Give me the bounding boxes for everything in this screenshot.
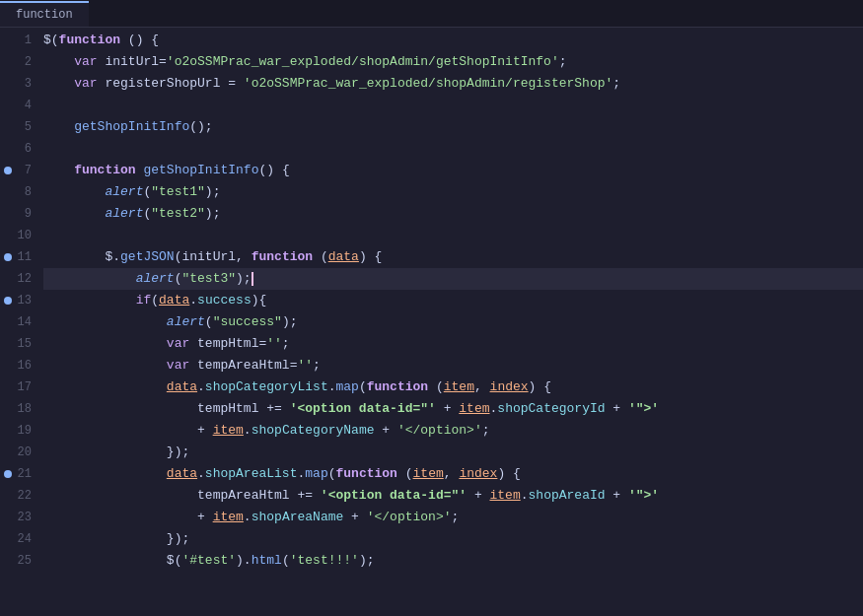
code-line xyxy=(43,95,863,116)
code-line: getShopInitInfo(); xyxy=(43,116,863,138)
code-line: tempHtml += '<option data-id="' + item.s… xyxy=(43,398,863,420)
code-area: 1234567891011121314151617181920212223242… xyxy=(0,28,863,616)
line-number: 20 xyxy=(0,442,39,463)
line-number: 8 xyxy=(0,181,39,203)
line-number: 22 xyxy=(0,485,39,507)
code-line: var tempHtml=''; xyxy=(43,333,863,355)
code-line: $(function () { xyxy=(43,30,863,51)
code-line: var registerShopUrl = 'o2oSSMPrac_war_ex… xyxy=(43,73,863,95)
code-line: + item.shopAreaName + '</option>'; xyxy=(43,507,863,528)
editor-tab[interactable]: function xyxy=(0,1,89,27)
line-number: 3 xyxy=(0,73,39,95)
line-numbers: 1234567891011121314151617181920212223242… xyxy=(0,30,39,572)
line-number: 18 xyxy=(0,398,39,420)
code-content: $(function () { var initUrl='o2oSSMPrac_… xyxy=(39,28,863,616)
code-line: data.shopAreaList.map(function (item, in… xyxy=(43,463,863,485)
code-line: if(data.success){ xyxy=(43,290,863,311)
code-line: alert("success"); xyxy=(43,311,863,333)
line-number: 19 xyxy=(0,420,39,442)
code-editor: function 1234567891011121314151617181920… xyxy=(0,0,863,616)
code-line xyxy=(43,225,863,246)
code-line: $('#test').html('test!!!'); xyxy=(43,550,863,572)
code-line: + item.shopCategoryName + '</option>'; xyxy=(43,420,863,442)
code-line: alert("test1"); xyxy=(43,181,863,203)
code-line: alert("test2"); xyxy=(43,203,863,225)
code-line: alert("test3"); xyxy=(43,268,863,290)
line-number: 6 xyxy=(0,138,39,160)
code-line: }); xyxy=(43,442,863,463)
line-gutter: 1234567891011121314151617181920212223242… xyxy=(0,28,39,616)
code-line: }); xyxy=(43,528,863,550)
line-number: 13 xyxy=(0,290,39,311)
line-number: 23 xyxy=(0,507,39,528)
line-number: 12 xyxy=(0,268,39,290)
code-line: var tempAreaHtml=''; xyxy=(43,355,863,376)
line-number: 11 xyxy=(0,246,39,268)
line-number: 2 xyxy=(0,51,39,73)
code-line: data.shopCategoryList.map(function (item… xyxy=(43,376,863,398)
line-number: 9 xyxy=(0,203,39,225)
line-number: 15 xyxy=(0,333,39,355)
line-number: 17 xyxy=(0,376,39,398)
line-number: 14 xyxy=(0,311,39,333)
line-number: 10 xyxy=(0,225,39,246)
code-line: $.getJSON(initUrl, function (data) { xyxy=(43,246,863,268)
line-number: 24 xyxy=(0,528,39,550)
line-number: 7 xyxy=(0,160,39,181)
code-line xyxy=(43,138,863,160)
tab-bar: function xyxy=(0,0,863,28)
line-number: 4 xyxy=(0,95,39,116)
code-line: var initUrl='o2oSSMPrac_war_exploded/sho… xyxy=(43,51,863,73)
line-number: 1 xyxy=(0,30,39,51)
line-number: 5 xyxy=(0,116,39,138)
code-line: function getShopInitInfo() { xyxy=(43,160,863,181)
line-number: 21 xyxy=(0,463,39,485)
line-number: 16 xyxy=(0,355,39,376)
line-number: 25 xyxy=(0,550,39,572)
code-line: tempAreaHtml += '<option data-id="' + it… xyxy=(43,485,863,507)
